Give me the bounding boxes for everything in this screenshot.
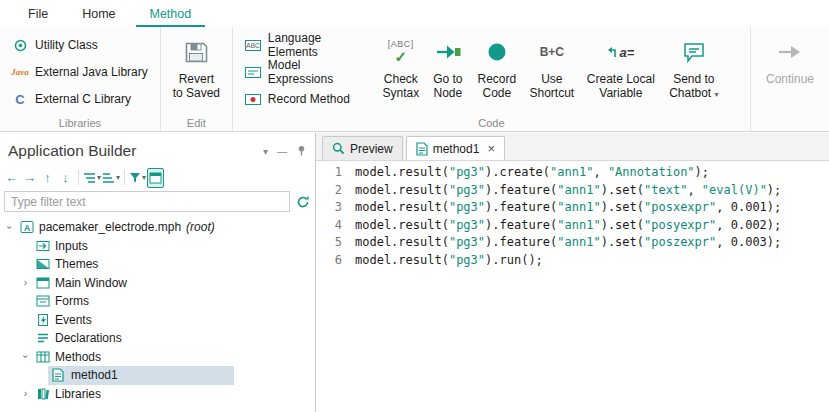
revert-to-saved-button[interactable]: Revert to Saved [165, 32, 228, 115]
tab-preview[interactable]: Preview [322, 136, 403, 160]
external-java-library-label: External Java Library [35, 65, 148, 79]
refresh-icon[interactable] [296, 195, 310, 209]
language-elements-label: Language Elements [268, 31, 366, 59]
send-to-chatbot-label: Send to Chatbot ▾ [669, 72, 718, 102]
tree-item-suffix: (root) [186, 220, 215, 234]
forms-icon [36, 294, 50, 308]
use-shortcut-button[interactable]: B+C Use Shortcut [523, 32, 581, 100]
code-text: ).set( [601, 200, 644, 214]
close-icon[interactable]: × [487, 142, 495, 155]
tree-item-themes[interactable]: Themes [0, 255, 315, 274]
method-icon [416, 142, 428, 156]
ribbon-tab-method[interactable]: Method [136, 0, 206, 27]
record-method-button[interactable]: Record Method [237, 86, 373, 112]
tree-item-methods[interactable]: ›Methods [0, 348, 315, 367]
expand-levels-button[interactable]: ▾ [102, 168, 120, 188]
ribbon-tab-file[interactable]: File [14, 0, 62, 27]
libraries-icon [36, 387, 50, 401]
show-in-model-builder-toggle[interactable] [147, 168, 164, 188]
external-java-library-button[interactable]: Java External Java Library [4, 59, 156, 85]
chevron-expanded-icon[interactable]: › [20, 350, 31, 363]
code-string: "ann1" [557, 218, 600, 232]
utility-class-button[interactable]: Utility Class [4, 32, 156, 58]
filter-button[interactable]: ▾ [129, 168, 146, 188]
minimize-icon[interactable]: — [277, 146, 287, 157]
continue-arrow-icon [776, 34, 804, 70]
tree-item-inputs[interactable]: Inputs [0, 237, 315, 256]
code-editor[interactable]: 123456 model.result("pg3").create("ann1"… [316, 161, 829, 412]
tree-item-declarations[interactable]: Declarations [0, 329, 315, 348]
code-text: model.result( [355, 200, 449, 214]
pin-icon[interactable] [296, 145, 307, 158]
panel-title: Application Builder [8, 142, 136, 160]
code-text: ).run(); [485, 253, 543, 267]
tree-item-forms[interactable]: Forms [0, 292, 315, 311]
app-icon: A [20, 220, 34, 234]
code-text: , [593, 165, 607, 179]
code-string: "ann1" [557, 200, 600, 214]
go-to-node-button[interactable]: Go to Node [425, 32, 471, 100]
model-expressions-button[interactable]: Model Expressions [237, 59, 373, 85]
utility-class-label: Utility Class [35, 38, 98, 52]
code-line-5[interactable]: model.result("pg3").feature("ann1").set(… [355, 234, 781, 252]
continue-button[interactable]: Continue [755, 32, 825, 115]
code-text: ).feature( [485, 183, 557, 197]
tab-method1-label: method1 [433, 142, 480, 156]
svg-text:A: A [24, 223, 30, 233]
view-menu-icon[interactable]: ▾ [263, 146, 268, 157]
ribbon-tab-home[interactable]: Home [68, 0, 129, 27]
record-method-label: Record Method [268, 92, 350, 106]
inputs-icon [36, 239, 50, 253]
language-elements-button[interactable]: ABC Language Elements [237, 32, 373, 58]
code-line-2[interactable]: model.result("pg3").feature("ann1").set(… [355, 182, 781, 200]
back-button[interactable]: ← [3, 168, 20, 188]
tab-method1[interactable]: method1 × [406, 136, 505, 160]
move-up-button[interactable]: ↑ [39, 168, 56, 188]
create-local-variable-button[interactable]: a= Create Local Variable [581, 32, 661, 100]
record-code-button[interactable]: Record Code [471, 32, 523, 100]
chevron-expanded-icon[interactable]: › [4, 221, 15, 234]
chevron-collapsed-icon[interactable]: › [19, 388, 32, 399]
window-icon [36, 276, 50, 290]
code-text: ); [767, 218, 781, 232]
ribbon-group-code: ABC Language Elements Model Expressions … [233, 27, 751, 131]
panel-header: Application Builder ▾ — [0, 133, 315, 165]
code-line-4[interactable]: model.result("pg3").feature("ann1").set(… [355, 217, 781, 235]
ribbon-group-libraries: Utility Class Java External Java Library… [0, 27, 161, 131]
svg-text:ABC: ABC [246, 42, 260, 49]
tree-item-label: Themes [55, 257, 98, 271]
use-shortcut-icon: B+C [540, 34, 564, 70]
move-down-button[interactable]: ↓ [57, 168, 74, 188]
c-language-icon: C [11, 92, 29, 107]
tree-item-pacemaker-electrode-mph[interactable]: ›Apacemaker_electrode.mph (root) [0, 218, 315, 237]
chevron-collapsed-icon[interactable]: › [19, 277, 32, 288]
send-to-chatbot-button[interactable]: Send to Chatbot ▾ [661, 32, 727, 102]
collapse-levels-button[interactable]: ▾ [83, 168, 101, 188]
tree-item-events[interactable]: Events [0, 311, 315, 330]
code-gutter: 123456 [316, 164, 342, 412]
code-text: ); [767, 235, 781, 249]
code-string: "pg3" [449, 253, 485, 267]
code-string: "pg3" [449, 165, 485, 179]
tree-item-main-window[interactable]: ›Main Window [0, 274, 315, 293]
code-string: "ann1" [557, 235, 600, 249]
check-syntax-button[interactable]: [ABC] ✓ Check Syntax [377, 32, 425, 100]
filter-input[interactable] [4, 191, 290, 212]
forward-button[interactable]: → [21, 168, 38, 188]
external-c-library-label: External C Library [35, 92, 131, 106]
code-line-3[interactable]: model.result("pg3").feature("ann1").set(… [355, 199, 781, 217]
tree-item-method1[interactable]: method1 [0, 366, 315, 385]
check-syntax-label: Check Syntax [383, 72, 420, 100]
tree-item-label: Forms [55, 294, 89, 308]
line-number: 6 [316, 252, 342, 270]
code-string: "pg3" [449, 218, 485, 232]
chatbot-bubble-icon [682, 34, 706, 70]
code-line-6[interactable]: model.result("pg3").run(); [355, 252, 781, 270]
tree-item-libraries[interactable]: ›Libraries [0, 385, 315, 404]
language-elements-icon: ABC [244, 38, 262, 53]
external-c-library-button[interactable]: C External C Library [4, 86, 156, 112]
ribbon-tab-bar: File Home Method [0, 0, 829, 27]
line-number: 1 [316, 164, 342, 182]
code-line-1[interactable]: model.result("pg3").create("ann1", "Anno… [355, 164, 781, 182]
code-text: ).set( [601, 183, 644, 197]
